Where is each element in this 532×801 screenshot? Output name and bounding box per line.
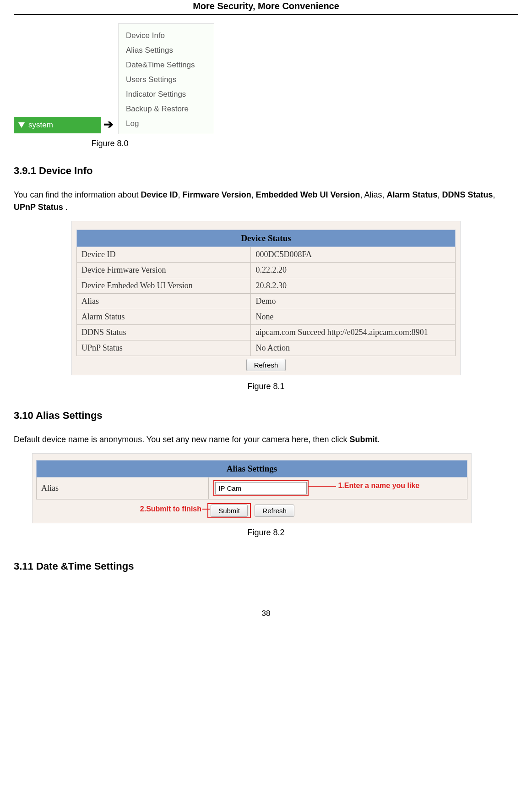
alias-input[interactable]	[215, 482, 307, 494]
alias-settings-header: Alias Settings	[37, 461, 467, 477]
device-status-header: Device Status	[77, 230, 456, 247]
alias-settings-panel: Alias Settings Alias 1.Enter a name you …	[32, 453, 472, 523]
menu-item-users-settings[interactable]: Users Settings	[126, 72, 214, 87]
table-row: Alarm StatusNone	[77, 309, 456, 325]
annotation-line-icon	[309, 486, 336, 487]
highlight-box: Submit	[207, 503, 251, 518]
menu-item-backup-restore[interactable]: Backup & Restore	[126, 102, 214, 116]
heading-3-9-1: 3.9.1 Device Info	[14, 165, 518, 177]
device-status-panel: Device Status Device ID000DC5D008FA Devi…	[71, 221, 461, 375]
figure-8-0: system ➔ Device Info Alias Settings Date…	[14, 23, 518, 134]
page-number: 38	[14, 609, 518, 618]
figure-8-1-caption: Figure 8.1	[14, 382, 518, 391]
alias-settings-table: Alias Settings Alias 1.Enter a name you …	[36, 460, 467, 499]
menu-item-log[interactable]: Log	[126, 116, 214, 131]
figure-8-2-caption: Figure 8.2	[14, 528, 518, 538]
svg-marker-0	[18, 122, 25, 128]
menu-item-device-info[interactable]: Device Info	[126, 28, 214, 43]
submit-button[interactable]: Submit	[211, 505, 248, 517]
refresh-button[interactable]: Refresh	[246, 359, 286, 371]
page-header-title: More Security, More Convenience	[14, 0, 518, 15]
menu-item-indicator-settings[interactable]: Indicator Settings	[126, 87, 214, 102]
menu-item-date-time-settings[interactable]: Date&Time Settings	[126, 58, 214, 72]
system-menu-button[interactable]: system	[14, 117, 101, 133]
table-row: AliasDemo	[77, 294, 456, 309]
system-menu-label: system	[28, 121, 53, 130]
menu-item-alias-settings[interactable]: Alias Settings	[126, 43, 214, 58]
table-row: Alias 1.Enter a name you like	[37, 477, 467, 499]
figure-8-0-caption: Figure 8.0	[14, 139, 206, 148]
highlight-box	[213, 480, 309, 496]
heading-3-11: 3.11 Date &Time Settings	[14, 560, 518, 572]
table-row: Device Firmware Version0.22.2.20	[77, 263, 456, 278]
system-submenu: Device Info Alias Settings Date&Time Set…	[118, 23, 214, 134]
annotation-note-1: 1.Enter a name you like	[338, 482, 419, 490]
table-row: DDNS Statusaipcam.com Succeed http://e02…	[77, 325, 456, 340]
device-status-table: Device Status Device ID000DC5D008FA Devi…	[76, 230, 456, 356]
paragraph-alias-settings: Default device name is anonymous. You se…	[14, 433, 518, 446]
paragraph-device-info: You can find the information about Devic…	[14, 189, 518, 214]
triangle-down-icon	[18, 122, 25, 128]
annotation-note-2: 2.Submit to finish	[140, 505, 201, 513]
table-row: Device Embeded Web UI Version20.8.2.30	[77, 278, 456, 294]
table-row: UPnP StatusNo Action	[77, 340, 456, 356]
table-row: Device ID000DC5D008FA	[77, 247, 456, 263]
arrow-right-icon: ➔	[103, 117, 114, 132]
refresh-button[interactable]: Refresh	[255, 505, 294, 517]
heading-3-10: 3.10 Alias Settings	[14, 410, 518, 422]
